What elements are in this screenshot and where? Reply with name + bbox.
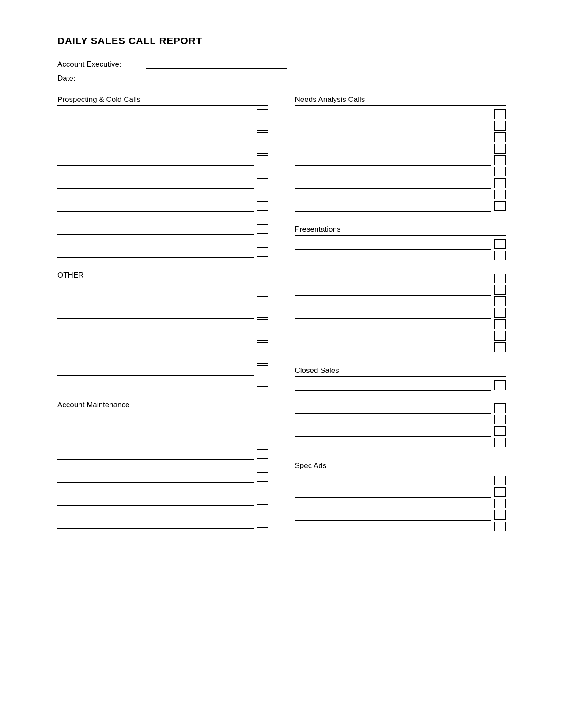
spec-ads-title: Spec Ads bbox=[295, 462, 506, 472]
spec-ads-rows bbox=[295, 475, 506, 532]
presentations-rows bbox=[295, 238, 506, 353]
table-row bbox=[57, 109, 268, 120]
table-row bbox=[295, 273, 506, 284]
other-title: OTHER bbox=[57, 271, 268, 281]
table-row bbox=[295, 319, 506, 330]
table-row bbox=[295, 177, 506, 189]
table-row bbox=[295, 521, 506, 532]
table-row bbox=[57, 437, 268, 448]
presentations-title: Presentations bbox=[295, 225, 506, 236]
other-rows bbox=[57, 284, 268, 387]
table-row bbox=[57, 154, 268, 166]
table-row bbox=[295, 189, 506, 200]
table-row bbox=[295, 200, 506, 212]
table-row bbox=[295, 307, 506, 319]
table-row bbox=[295, 238, 506, 250]
prospecting-title: Prospecting & Cold Calls bbox=[57, 95, 268, 106]
table-row bbox=[57, 353, 268, 364]
closed-sales-rows bbox=[295, 379, 506, 448]
table-row bbox=[295, 402, 506, 414]
table-row bbox=[57, 212, 268, 223]
table-row bbox=[295, 379, 506, 391]
table-row bbox=[295, 414, 506, 425]
left-column: Prospecting & Cold Calls bbox=[57, 95, 268, 545]
report-container: DAILY SALES CALL REPORT Account Executiv… bbox=[57, 35, 506, 545]
table-row bbox=[57, 330, 268, 341]
table-row bbox=[57, 166, 268, 177]
table-row bbox=[295, 284, 506, 296]
table-row bbox=[57, 471, 268, 483]
table-row bbox=[295, 296, 506, 307]
table-row bbox=[57, 341, 268, 353]
table-row bbox=[295, 437, 506, 448]
table-row bbox=[57, 235, 268, 246]
date-label: Date: bbox=[57, 74, 146, 83]
table-row bbox=[295, 143, 506, 154]
right-column: Needs Analysis Calls Presentations bbox=[295, 95, 506, 545]
report-title: DAILY SALES CALL REPORT bbox=[57, 35, 506, 47]
needs-analysis-title: Needs Analysis Calls bbox=[295, 95, 506, 106]
table-row bbox=[295, 498, 506, 509]
table-row bbox=[57, 483, 268, 494]
table-row bbox=[57, 376, 268, 387]
table-row bbox=[295, 131, 506, 143]
table-row bbox=[57, 246, 268, 258]
other-section: OTHER bbox=[57, 271, 268, 387]
table-row bbox=[295, 425, 506, 437]
table-row bbox=[295, 486, 506, 498]
main-grid: Prospecting & Cold Calls bbox=[57, 95, 506, 545]
table-row bbox=[295, 120, 506, 131]
table-row bbox=[57, 319, 268, 330]
table-row bbox=[57, 131, 268, 143]
table-row bbox=[57, 506, 268, 517]
closed-sales-title: Closed Sales bbox=[295, 366, 506, 377]
date-field: Date: bbox=[57, 73, 506, 83]
spec-ads-section: Spec Ads bbox=[295, 462, 506, 532]
table-row bbox=[57, 200, 268, 212]
presentations-section: Presentations bbox=[295, 225, 506, 353]
table-row bbox=[57, 177, 268, 189]
table-row bbox=[57, 448, 268, 460]
needs-analysis-rows bbox=[295, 109, 506, 212]
table-row bbox=[295, 166, 506, 177]
table-row bbox=[57, 223, 268, 235]
account-maintenance-title: Account Maintenance bbox=[57, 401, 268, 411]
table-row bbox=[295, 154, 506, 166]
table-row bbox=[57, 414, 268, 425]
account-maintenance-rows bbox=[57, 414, 268, 529]
table-row bbox=[57, 460, 268, 471]
table-row bbox=[295, 509, 506, 521]
account-executive-field: Account Executive: bbox=[57, 59, 506, 69]
table-row bbox=[295, 330, 506, 341]
needs-analysis-section: Needs Analysis Calls bbox=[295, 95, 506, 212]
account-executive-input[interactable] bbox=[146, 59, 287, 69]
account-executive-label: Account Executive: bbox=[57, 60, 146, 69]
table-row bbox=[57, 120, 268, 131]
table-row bbox=[57, 143, 268, 154]
table-row bbox=[57, 189, 268, 200]
date-input[interactable] bbox=[146, 73, 287, 83]
table-row bbox=[295, 250, 506, 261]
table-row bbox=[57, 307, 268, 319]
closed-sales-section: Closed Sales bbox=[295, 366, 506, 448]
table-row bbox=[295, 475, 506, 486]
table-row bbox=[295, 109, 506, 120]
table-row bbox=[57, 494, 268, 506]
table-row bbox=[57, 296, 268, 307]
table-row bbox=[295, 341, 506, 353]
prospecting-section: Prospecting & Cold Calls bbox=[57, 95, 268, 258]
table-row bbox=[57, 364, 268, 376]
header-fields: Account Executive: Date: bbox=[57, 59, 506, 83]
account-maintenance-section: Account Maintenance bbox=[57, 401, 268, 529]
table-row bbox=[57, 517, 268, 529]
prospecting-rows bbox=[57, 109, 268, 258]
